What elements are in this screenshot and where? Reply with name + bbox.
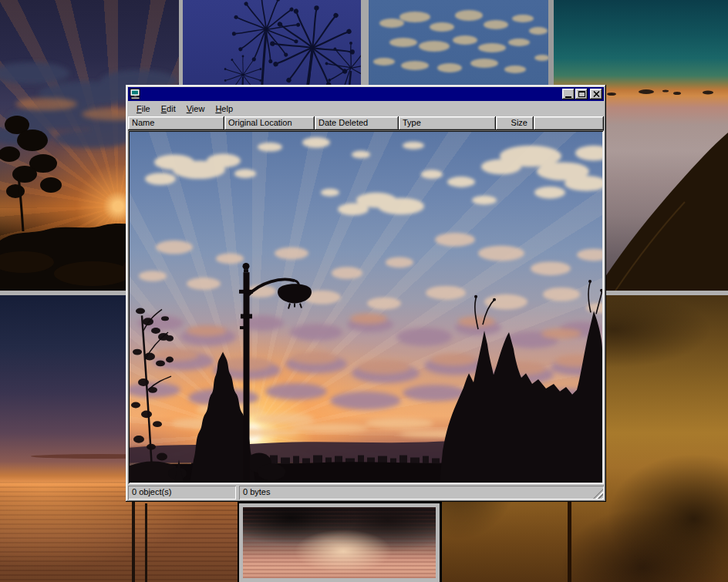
- sea-pole-silhouette: [145, 503, 147, 582]
- status-bar: 0 object(s) 0 bytes: [128, 486, 604, 500]
- status-byte-count: 0 bytes: [239, 486, 604, 500]
- recycle-bin-window: File Edit View Help Name Original Locati…: [126, 85, 606, 502]
- menu-edit[interactable]: Edit: [156, 103, 181, 115]
- water-reflection-image: [243, 507, 436, 578]
- list-view-area[interactable]: [128, 130, 604, 484]
- column-header-bar: Name Original Location Date Deleted Type…: [128, 116, 604, 130]
- menu-view[interactable]: View: [181, 103, 211, 115]
- desktop-wallpaper: File Edit View Help Name Original Locati…: [0, 0, 728, 582]
- column-header-name[interactable]: Name: [128, 116, 224, 130]
- column-header-date-deleted[interactable]: Date Deleted: [315, 116, 399, 130]
- minimize-icon: [565, 96, 571, 98]
- computer-icon[interactable]: [130, 89, 142, 99]
- menu-file[interactable]: File: [131, 103, 156, 115]
- maximize-button[interactable]: [575, 89, 588, 99]
- menu-help[interactable]: Help: [210, 103, 238, 115]
- amber-pole-silhouette: [568, 500, 571, 582]
- maximize-icon: [578, 91, 585, 97]
- column-header-original-location[interactable]: Original Location: [224, 116, 315, 130]
- column-header-type[interactable]: Type: [399, 116, 496, 130]
- column-header-size[interactable]: Size: [496, 116, 534, 130]
- column-header-blank[interactable]: [534, 116, 604, 130]
- sunset-photo: [130, 132, 602, 483]
- wallpaper-photo-water-reflection: [239, 503, 440, 582]
- title-bar[interactable]: [128, 87, 604, 101]
- menu-bar: File Edit View Help: [128, 101, 604, 116]
- sea-pole-silhouette: [132, 501, 135, 582]
- status-object-count: 0 object(s): [128, 486, 236, 500]
- minimize-button[interactable]: [562, 89, 575, 99]
- close-button[interactable]: [590, 89, 602, 99]
- close-icon: [593, 91, 600, 97]
- sunset-photo-overlay: [130, 132, 602, 483]
